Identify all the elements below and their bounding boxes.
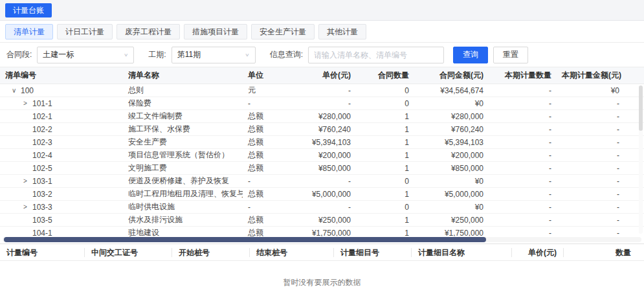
- table-row[interactable]: 102-4 项目信息管理系统（暂估价） 总额 ¥200,000 1 ¥200,0…: [0, 149, 644, 162]
- table-row[interactable]: 103-2 临时工程用地租用及清理、恢复与还... 总额 ¥5,000,000 …: [0, 188, 644, 201]
- table-row[interactable]: 103-5 供水及排污设施 总额 ¥250,000 1 ¥250,000 - -: [0, 214, 644, 227]
- period-value: 第11期: [177, 49, 201, 60]
- row-unit: 总额: [243, 188, 294, 199]
- row-unit-price: ¥250,000: [294, 216, 356, 225]
- row-contract-qty: 0: [356, 86, 414, 95]
- row-unit-price: -: [294, 99, 356, 108]
- row-current-qty: -: [489, 203, 557, 212]
- table-row[interactable]: ∨100 总则 元 - 0 ¥34,564,674 - ¥0: [0, 84, 644, 97]
- tab-list-measurement[interactable]: 清单计量: [5, 24, 53, 40]
- chevron-down-icon[interactable]: ∨: [12, 87, 21, 94]
- row-name: 总则: [123, 85, 243, 96]
- row-unit-price: ¥1,750,000: [294, 229, 356, 237]
- column-header-unit-price: 单价(元): [294, 70, 356, 81]
- table-row[interactable]: >103-3 临时供电设施 - - 0 ¥0 - -: [0, 201, 644, 214]
- row-contract-qty: 1: [356, 216, 414, 225]
- row-current-qty: -: [489, 164, 557, 173]
- contract-section-value: 土建一标: [43, 49, 74, 60]
- row-contract-qty: 1: [356, 229, 414, 237]
- column-header-code: 清单编号: [0, 70, 123, 81]
- scrollbar-thumb[interactable]: [639, 85, 643, 131]
- column-header-interim-cert-no: 中间交工证号: [84, 248, 172, 257]
- row-contract-amount: ¥280,000: [414, 112, 489, 121]
- row-unit: 总额: [243, 163, 294, 174]
- tab-abandoned-works-measurement[interactable]: 废弃工程计量: [117, 24, 180, 40]
- contract-section-select[interactable]: 土建一标 ∨: [37, 47, 134, 63]
- tab-measure-items-measurement[interactable]: 措施项目计量: [184, 24, 247, 40]
- chevron-right-icon[interactable]: >: [23, 177, 32, 185]
- row-unit: -: [243, 203, 294, 212]
- tab-daywork-measurement[interactable]: 计日工计量: [57, 24, 113, 40]
- row-contract-amount: ¥0: [414, 203, 489, 212]
- column-header-detail-item-name: 计量细目名称: [411, 248, 511, 257]
- column-header-current-amount: 本期计量金额(元): [557, 70, 625, 81]
- row-contract-qty: 0: [356, 99, 414, 108]
- row-contract-qty: 1: [356, 125, 414, 134]
- row-current-amount: -: [557, 216, 625, 225]
- scrollbar-thumb[interactable]: [4, 237, 486, 242]
- row-unit: -: [243, 177, 294, 186]
- table-row[interactable]: 102-2 施工环保、水保费 总额 ¥760,240 1 ¥760,240 - …: [0, 123, 644, 136]
- search-input[interactable]: [308, 47, 444, 63]
- chevron-down-icon: ∨: [124, 52, 128, 58]
- table-row[interactable]: 102-1 竣工文件编制费 总额 ¥280,000 1 ¥280,000 - -: [0, 110, 644, 123]
- column-header-name: 清单名称: [123, 70, 243, 81]
- table-row[interactable]: >103-1 便道及便桥修建、养护及恢复 - - 0 ¥0 - -: [0, 175, 644, 188]
- row-current-amount: -: [557, 190, 625, 199]
- row-name: 临时供电设施: [123, 201, 243, 212]
- ledger-title-button[interactable]: 计量台账: [5, 3, 52, 17]
- table-row[interactable]: 102-5 文明施工费 总额 ¥850,000 1 ¥850,000 - -: [0, 162, 644, 175]
- row-code: 103-3: [32, 203, 52, 212]
- chevron-right-icon[interactable]: >: [23, 203, 32, 210]
- chevron-right-icon[interactable]: >: [23, 100, 32, 107]
- search-button[interactable]: 查询: [453, 47, 488, 63]
- row-contract-amount: ¥0: [414, 99, 489, 108]
- row-name: 临时工程用地租用及清理、恢复与还...: [123, 188, 243, 199]
- tab-other-measurement[interactable]: 其他计量: [318, 24, 366, 40]
- column-header-unit-price: 单价(元): [511, 248, 563, 257]
- row-current-qty: -: [489, 151, 557, 160]
- row-unit: 总额: [243, 227, 294, 236]
- table-row[interactable]: 104-1 驻地建设 总额 ¥1,750,000 1 ¥1,750,000 - …: [0, 227, 644, 236]
- search-label: 信息查询:: [270, 49, 303, 60]
- row-contract-amount: ¥250,000: [414, 216, 489, 225]
- row-contract-qty: 1: [356, 112, 414, 121]
- table-row[interactable]: 102-3 安全生产费 总额 ¥5,394,103 1 ¥5,394,103 -…: [0, 136, 644, 149]
- row-code: 102-4: [32, 151, 52, 160]
- row-unit: 总额: [243, 111, 294, 122]
- column-header-contract-qty: 合同数量: [356, 70, 414, 81]
- row-current-qty: -: [489, 99, 557, 108]
- row-name: 便道及便桥修建、养护及恢复: [123, 175, 243, 186]
- row-unit: 元: [243, 85, 294, 96]
- row-contract-amount: ¥1,750,000: [414, 229, 489, 237]
- row-current-amount: -: [557, 203, 625, 212]
- row-unit: 总额: [243, 124, 294, 135]
- row-unit-price: ¥200,000: [294, 151, 356, 160]
- vertical-scrollbar[interactable]: [639, 85, 643, 234]
- row-code: 102-3: [32, 138, 52, 147]
- row-unit-price: -: [294, 203, 356, 212]
- row-code: 104-1: [32, 229, 52, 237]
- row-current-qty: -: [489, 86, 557, 95]
- period-select[interactable]: 第11期 ∨: [172, 47, 256, 63]
- row-name: 安全生产费: [123, 137, 243, 148]
- horizontal-scrollbar[interactable]: [3, 237, 641, 242]
- row-current-qty: -: [489, 177, 557, 186]
- column-header-unit: 单位: [243, 70, 294, 81]
- table-row[interactable]: >101-1 保险费 - - 0 ¥0 - -: [0, 97, 644, 110]
- row-code: 101-1: [32, 99, 52, 108]
- row-code: 100: [21, 86, 34, 95]
- row-current-qty: -: [489, 216, 557, 225]
- reset-button[interactable]: 重置: [493, 47, 528, 63]
- row-unit-price: ¥5,000,000: [294, 190, 356, 199]
- row-contract-qty: 1: [356, 190, 414, 199]
- tab-safety-production-measurement[interactable]: 安全生产计量: [251, 24, 315, 40]
- row-contract-qty: 1: [356, 151, 414, 160]
- row-name: 驻地建设: [123, 227, 243, 236]
- row-contract-qty: 0: [356, 177, 414, 186]
- column-header-detail-item-no: 计量细目号: [333, 248, 411, 257]
- row-current-amount: -: [557, 164, 625, 173]
- column-header-quantity: 数量: [563, 248, 638, 257]
- row-contract-qty: 0: [356, 203, 414, 212]
- row-unit-price: ¥280,000: [294, 112, 356, 121]
